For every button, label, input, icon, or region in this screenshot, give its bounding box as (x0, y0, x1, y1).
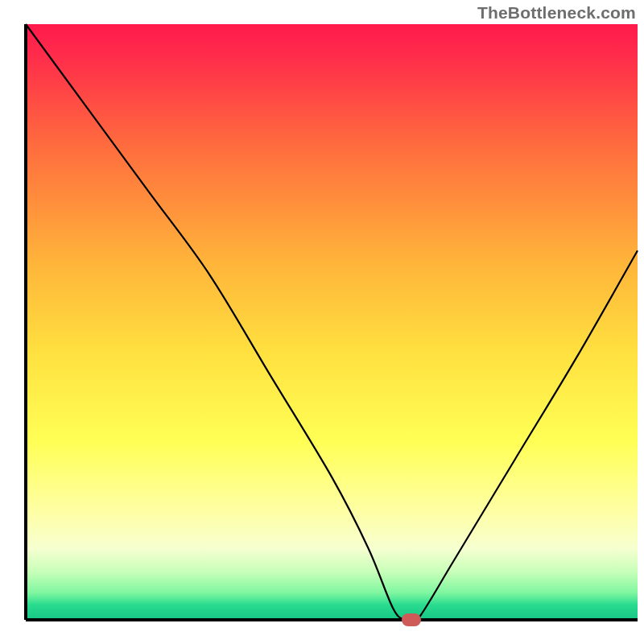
bottleneck-chart (0, 0, 644, 644)
chart-background-gradient (26, 24, 638, 620)
chart-container: TheBottleneck.com (0, 0, 644, 644)
optimal-point-marker (402, 613, 421, 626)
